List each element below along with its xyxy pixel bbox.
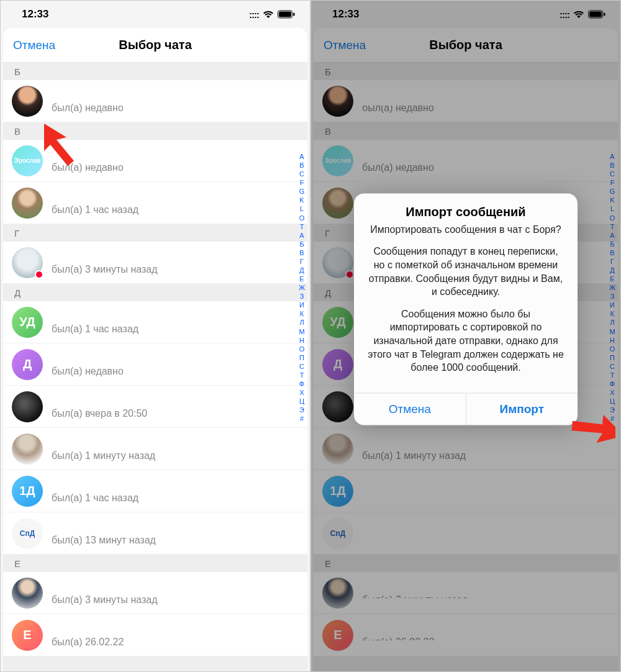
- index-letter[interactable]: З: [297, 292, 306, 301]
- dialog-cancel-button[interactable]: Отмена: [354, 393, 466, 425]
- chat-row[interactable]: СпД был(а) 13 минут назад: [3, 512, 307, 555]
- screen-chat-select: 12:33 :::: Отмена Выбор чата Б был(а) не…: [0, 0, 310, 672]
- cancel-button[interactable]: Отмена: [13, 39, 55, 52]
- chat-row[interactable]: Д был(а) недавно: [3, 343, 307, 386]
- chat-row[interactable]: Эрослав был(а) недавно: [3, 140, 307, 182]
- index-letter[interactable]: Г: [297, 257, 306, 266]
- avatar: [12, 86, 43, 117]
- chat-status: был(а) вчера в 20:50: [52, 408, 299, 419]
- avatar: [12, 434, 43, 465]
- avatar: [12, 247, 43, 278]
- sheet: Отмена Выбор чата Б был(а) недавно В Эро…: [3, 28, 307, 671]
- section-header: Г: [3, 224, 307, 242]
- dialog-title: Импорт сообщений: [354, 193, 578, 222]
- index-letter[interactable]: G: [297, 187, 306, 196]
- section-header: Е: [3, 555, 307, 572]
- index-letter[interactable]: Е: [297, 275, 306, 283]
- index-letter[interactable]: С: [297, 362, 306, 371]
- chat-status: был(а) 26.02.22: [52, 637, 299, 648]
- index-letter[interactable]: L: [297, 204, 306, 213]
- avatar-label: Д: [23, 357, 32, 371]
- chat-row[interactable]: Е был(а) 26.02.22: [3, 614, 307, 656]
- avatar: [12, 578, 43, 609]
- index-letter[interactable]: K: [297, 196, 306, 204]
- svg-rect-2: [293, 13, 295, 16]
- index-letter[interactable]: П: [297, 353, 306, 362]
- chat-status: был(а) 3 минуты назад: [52, 594, 299, 606]
- index-letter[interactable]: F: [297, 178, 306, 187]
- index-letter[interactable]: М: [297, 327, 306, 336]
- chat-status: был(а) 1 час назад: [52, 324, 299, 335]
- dialog-buttons: Отмена Импорт: [354, 393, 578, 425]
- online-dot-icon: [35, 270, 43, 279]
- chat-status: был(а) недавно: [52, 366, 299, 377]
- section-header: Д: [3, 284, 307, 301]
- chat-row[interactable]: был(а) 1 час назад: [3, 182, 307, 224]
- index-letter[interactable]: Х: [297, 388, 306, 397]
- dialog-confirm-button[interactable]: Импорт: [466, 393, 578, 425]
- chat-row[interactable]: УД был(а) 1 час назад: [3, 301, 307, 343]
- avatar: Е: [12, 620, 43, 651]
- chat-status: был(а) 13 минут назад: [52, 535, 299, 546]
- avatar: Д: [12, 349, 43, 380]
- section-header: В: [3, 122, 307, 140]
- avatar: УД: [12, 307, 43, 338]
- index-letter[interactable]: О: [297, 345, 306, 353]
- nav-bar: Отмена Выбор чата: [3, 28, 307, 63]
- index-letter[interactable]: И: [297, 301, 306, 309]
- index-letter[interactable]: Н: [297, 336, 306, 345]
- avatar: СпД: [12, 518, 43, 549]
- index-letter[interactable]: C: [297, 170, 306, 178]
- avatar: 1Д: [12, 476, 43, 507]
- chat-row[interactable]: был(а) вчера в 20:50: [3, 386, 307, 428]
- index-letter[interactable]: Ж: [297, 283, 306, 292]
- chat-list[interactable]: Б был(а) недавно В Эрослав был(а) недавн…: [3, 63, 307, 671]
- avatar-label: Е: [23, 628, 31, 642]
- index-letter[interactable]: Л: [297, 318, 306, 327]
- status-bar: 12:33 ::::: [1, 1, 310, 28]
- chat-status: был(а) недавно: [52, 102, 299, 114]
- chat-row[interactable]: был(а) 1 минуту назад: [3, 428, 307, 470]
- avatar-label: УД: [19, 315, 35, 329]
- avatar-label: Эрослав: [14, 157, 41, 164]
- chat-status: был(а) 1 час назад: [52, 204, 299, 216]
- index-letter[interactable]: B: [297, 161, 306, 170]
- status-time: 12:33: [22, 8, 48, 20]
- avatar: [12, 188, 43, 219]
- signal-icon: ::::: [249, 9, 259, 20]
- avatar: Эрослав: [12, 145, 43, 176]
- chat-status: был(а) 1 минуту назад: [52, 450, 299, 461]
- index-letter[interactable]: #: [297, 414, 306, 423]
- dialog-body: Импортировать сообщения в чат с Боря? Со…: [354, 222, 578, 393]
- screen-import-dialog: 12:33 :::: Отмена Выбор чата Б был(а) не…: [310, 0, 621, 672]
- avatar: [12, 391, 43, 422]
- chat-row[interactable]: был(а) 3 минуты назад: [3, 572, 307, 614]
- section-header: Б: [3, 63, 307, 80]
- chat-status: был(а) 3 минуты назад: [52, 264, 299, 275]
- dialog-text: Импортировать сообщения в чат с Боря?: [368, 222, 564, 236]
- import-dialog: Импорт сообщений Импортировать сообщения…: [354, 193, 578, 425]
- chat-status: был(а) недавно: [52, 162, 299, 173]
- wifi-icon: [263, 10, 274, 19]
- chat-row[interactable]: 1Д был(а) 1 час назад: [3, 470, 307, 512]
- index-letter[interactable]: O: [297, 214, 306, 222]
- index-letter[interactable]: Д: [297, 266, 306, 275]
- chat-row[interactable]: был(а) 3 минуты назад: [3, 242, 307, 284]
- index-letter[interactable]: К: [297, 309, 306, 318]
- index-letter[interactable]: Ф: [297, 379, 306, 388]
- index-letter[interactable]: Т: [297, 371, 306, 379]
- index-letter[interactable]: Э: [297, 406, 306, 414]
- svg-rect-1: [279, 12, 291, 17]
- index-letter[interactable]: Ц: [297, 397, 306, 406]
- avatar-label: 1Д: [19, 484, 35, 498]
- index-letter[interactable]: В: [297, 248, 306, 257]
- index-letter[interactable]: Б: [297, 240, 306, 248]
- index-letter[interactable]: T: [297, 222, 306, 231]
- index-letter[interactable]: A: [297, 231, 306, 240]
- index-letter[interactable]: A: [297, 152, 306, 161]
- dialog-text: Сообщения попадут в конец переписки, но …: [368, 245, 564, 298]
- battery-icon: [278, 10, 295, 19]
- index-strip[interactable]: ABCFGKLOTAБВГДЕЖЗИКЛМНОПСТФХЦЭ#: [297, 152, 306, 423]
- chat-row[interactable]: был(а) недавно: [3, 80, 307, 122]
- chat-status: был(а) 1 час назад: [52, 493, 299, 504]
